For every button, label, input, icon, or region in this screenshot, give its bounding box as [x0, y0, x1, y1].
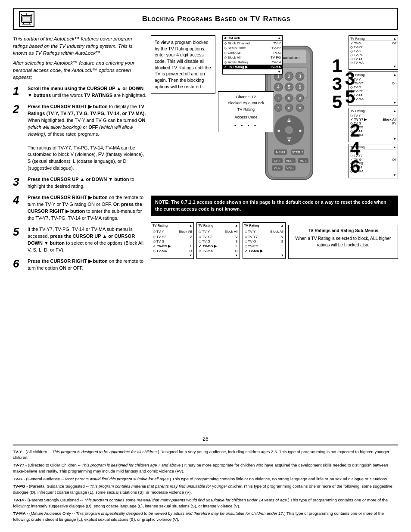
title-bar: Blocking Programs Based on TV Ratings [13, 8, 398, 30]
svg-text:6: 6 [299, 85, 301, 90]
rating-panel-1: TV Rating▲ ✓ TV-YOff ◇ TV-Y7 ◇ TV-G ◇ TV… [349, 35, 398, 70]
rp2-arrow-down: ▼ [350, 101, 396, 105]
title-icon [19, 11, 34, 27]
bp2-row5: ◇ TV-MAD [198, 249, 238, 253]
footer-glossary: TV-Y - (All children -- This program is … [13, 445, 398, 524]
bp3-row4: ◇ TV-PGL [244, 244, 284, 249]
rp3-header: TV Rating▲ [350, 109, 396, 113]
rp1-arrow-down: ▼ [350, 65, 396, 68]
svg-text:8: 8 [288, 96, 290, 100]
bp3-row5: ✓ TV-MA ▶ [244, 249, 284, 253]
bp2-row4: ✓ TV-PG ▶L [198, 244, 238, 249]
bp2-row3: ◇ TV-GS [198, 239, 238, 244]
rp1-row4: ◇ TV-PG [350, 53, 396, 57]
rp4-row5: ◇ TV-14 [350, 165, 396, 169]
bp1-row4: ✓ TV-PG ▶L [153, 244, 192, 249]
rating-panel-4: TV Rating▲ ◇ TV-Y ◇ TV-Y7 ✓ TV-GOff ◇ TV… [349, 144, 398, 178]
svg-text:#: # [299, 106, 301, 110]
right-rating-panels: TV Rating▲ ✓ TV-YOff ◇ TV-Y7 ◇ TV-G ◇ TV… [349, 35, 398, 178]
top-right-area: To view a program blocked by the TV Rati… [151, 35, 398, 190]
svg-text:4: 4 [277, 85, 280, 90]
step-2-number: 2 [13, 103, 25, 115]
bp1-row1: ◇ TV-YBlock All [153, 229, 192, 234]
intro-p1: This portion of the AutoLock™ features c… [13, 35, 146, 57]
rp4-header: TV Rating▲ [350, 145, 396, 149]
rp2-row4: ◇ TV-PG [350, 89, 396, 93]
menu-arrow-down: ▼ [223, 69, 282, 74]
svg-text:VOL+: VOL+ [286, 159, 294, 162]
rp3-row1: ◇ TV-Y [350, 114, 396, 118]
rp2-header: TV Rating▲ [350, 73, 396, 77]
step-6-content: Press the CURSOR RIGHT ▶ button on the r… [28, 258, 146, 272]
rp2-row1: ◇ TV-Y [350, 78, 396, 81]
footer-entry-tv14: TV-14 - (Parents Strongly Cautioned -- T… [13, 497, 398, 509]
footer-entry-tvg: TV-G - (General Audience -- Most parents… [13, 476, 398, 482]
tv-ratings-caption: TV Ratings and Rating Sub-Menus When a T… [288, 225, 398, 259]
svg-text:5: 5 [288, 85, 290, 90]
page-number: 26 [13, 436, 398, 442]
svg-text:0: 0 [288, 106, 290, 110]
footer-entry-tvy7: TV-Y7 - (Directed to Older Children -- T… [13, 462, 398, 474]
svg-text:▶: ▶ [299, 129, 302, 133]
menu-row-1: ◇ Block ChannelTV-Y [223, 41, 282, 46]
bp3-header: TV Rating▲ [244, 224, 284, 229]
bp3-row2: ◇ TV-Y7V [244, 234, 284, 239]
rp4-row3: ✓ TV-GOff [350, 158, 396, 162]
access-code-value: - - - - [221, 121, 271, 130]
menu-row-4: ◇ Block AllTV-PG [223, 55, 282, 60]
svg-text:▲: ▲ [287, 119, 291, 123]
svg-text:3: 3 [299, 74, 301, 79]
rp1-row6: ◇ TV-MA [350, 61, 396, 65]
svg-text:MENU: MENU [276, 151, 285, 154]
blocked-label: Blocked By AutoLock [221, 100, 271, 106]
bp2-arrow: ▼ [198, 253, 238, 258]
step-1-content: Scroll the menu using the CURSOR UP ▲ or… [28, 85, 146, 99]
svg-text:◀: ◀ [277, 129, 280, 133]
bottom-panel-1: TV Rating▲ ◇ TV-YBlock All ◇ TV-Y7V ◇ TV… [151, 222, 194, 259]
rp1-row5: ◇ TV-14 [350, 57, 396, 61]
rp2-row3: ◇ TV-G [350, 85, 396, 89]
svg-text:7: 7 [277, 96, 279, 100]
svg-text:STATUS: STATUS [292, 151, 304, 154]
menu-row-3: ◇ Clear AllTV-G [223, 50, 282, 55]
step-1-number: 1 [13, 85, 25, 96]
svg-rect-4 [23, 17, 31, 21]
menu-row-6-highlighted: ✓ TV Rating ▶TV-MA [223, 65, 282, 69]
bp1-header: TV Rating▲ [153, 224, 192, 229]
bp2-row2: ◇ TV-Y7V [198, 234, 238, 239]
page-title: Blocking Programs Based on TV Ratings [40, 15, 392, 23]
svg-text:2: 2 [288, 74, 290, 79]
bp1-arrow: ▼ [153, 253, 192, 258]
svg-text:*: * [277, 106, 279, 110]
bp3-arrow: ▼ [244, 253, 284, 258]
rp1-row1: ✓ TV-YOff [350, 41, 396, 45]
footer-entry-tvma: TV-MA - (Mature Audience Only -- This pr… [13, 510, 398, 523]
big-numbers-top: 1 3 5 [332, 57, 342, 111]
menu-row-2: ◇ Setup CodeTV-Y7 [223, 46, 282, 50]
step-3-number: 3 [13, 176, 25, 187]
rp3-row4: ◇ TV-PG [350, 125, 396, 129]
bp2-row1: ◇ TV-YBlock All [198, 229, 238, 234]
steps-list: 1 Scroll the menu using the CURSOR UP ▲ … [13, 85, 146, 272]
step-5: 5 If the TV-Y7, TV-PG, TV-14 or TV-MA su… [13, 226, 146, 254]
footer-entry-tvpg: TV-PG - (Parental Guidance Suggested -- … [13, 483, 398, 495]
right-column: To view a program blocked by the TV Rati… [151, 35, 398, 432]
channel-blocked-box: Channel 12 Blocked By AutoLock TV Rating… [218, 91, 274, 132]
step-4: 4 Press the CURSOR RIGHT ▶ button on the… [13, 194, 146, 222]
rp2-row2: ✓ TV-Y7On [350, 81, 396, 85]
step-4-content: Press the CURSOR RIGHT ▶ button on the r… [28, 194, 146, 222]
svg-text:CH-: CH- [274, 167, 280, 170]
bp2-header: TV Rating▲ [198, 224, 238, 229]
caption-desc: When a TV Rating is selected to block, A… [293, 236, 393, 248]
footer-entry-tvy: TV-Y - (All children -- This program is … [13, 449, 398, 461]
rp4-row4: ◇ TV-PG [350, 162, 396, 165]
step-5-content: If the TV-Y7, TV-PG, TV-14 or TV-MA sub-… [28, 226, 146, 254]
step-2-content: Press the CURSOR RIGHT ▶ button to displ… [28, 103, 146, 172]
rating-panel-3: TV Rating▲ ◇ TV-Y ✓ TV-Y7 ▶Block All ◇ T… [349, 108, 398, 142]
rp1-row3: ◇ TV-G [350, 49, 396, 53]
bp1-row5: ◇ TV-MAD [153, 249, 192, 253]
step-4-number: 4 [13, 194, 25, 205]
bp1-row3: ◇ TV-G [153, 239, 192, 244]
step-3: 3 Press the CURSOR UP ▲ or DOWN ▼ button… [13, 176, 146, 190]
page: Blocking Programs Based on TV Ratings Th… [0, 0, 411, 532]
